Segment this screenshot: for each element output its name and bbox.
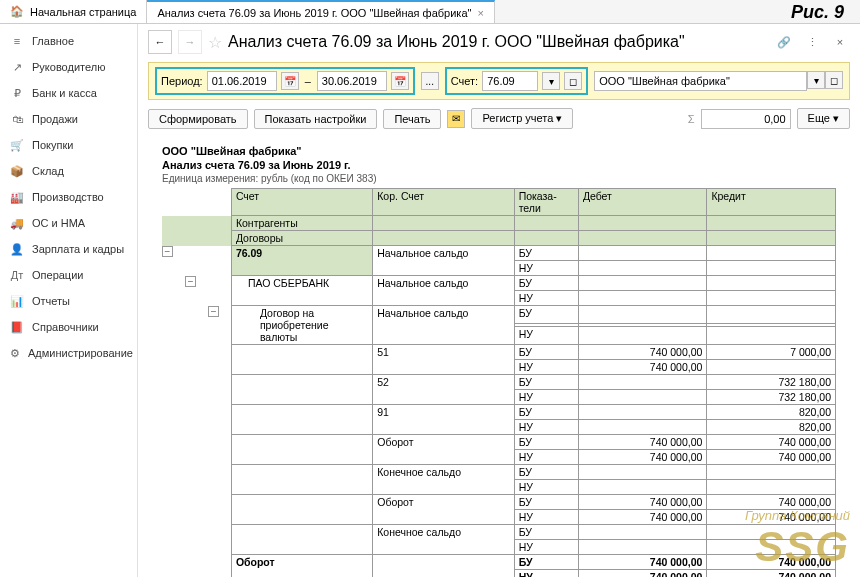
table-row: ОборотБУ740 000,00740 000,00 [162,435,836,450]
nav-forward[interactable]: → [178,30,202,54]
row-credit [707,291,836,306]
row-ind: БУ [514,345,578,360]
sidebar-icon: 🚚 [10,216,24,230]
calendar-icon[interactable]: 📅 [281,72,299,90]
row-corr: 91 [373,405,514,435]
sidebar-item-9[interactable]: ДтОперации [0,262,137,288]
row-corr: Начальное сальдо [373,306,514,345]
sidebar-item-7[interactable]: 🚚ОС и НМА [0,210,137,236]
close-icon[interactable]: × [477,7,483,19]
sidebar-item-label: Зарплата и кадры [32,243,124,255]
star-icon[interactable]: ☆ [208,33,222,52]
more-button[interactable]: Еще ▾ [797,108,850,129]
mail-icon[interactable]: ✉ [447,110,465,128]
sigma-icon: Σ [688,113,695,125]
date-to-input[interactable] [317,71,387,91]
date-from-input[interactable] [207,71,277,91]
collapse-icon[interactable]: − [185,276,196,287]
tab-active-label: Анализ счета 76.09 за Июнь 2019 г. ООО "… [157,7,471,19]
row-credit: 7 000,00 [707,345,836,360]
row-corr: Начальное сальдо [373,246,514,276]
sidebar-item-label: Склад [32,165,64,177]
close-page-icon[interactable]: × [830,32,850,52]
org-open-icon[interactable]: ◻ [825,71,843,89]
sidebar-item-label: Операции [32,269,83,281]
collapse-icon[interactable]: − [162,246,173,257]
sidebar: ≡Главное↗Руководителю₽Банк и касса🛍Прода… [0,24,138,577]
row-ind: НУ [514,510,578,525]
row-ind: БУ [514,435,578,450]
sidebar-item-11[interactable]: 📕Справочники [0,314,137,340]
row-credit [707,246,836,261]
calendar-icon-2[interactable]: 📅 [391,72,409,90]
row-corr: 52 [373,375,514,405]
period-group: Период: 📅 – 📅 [155,67,415,95]
row-account [231,375,372,405]
table-row: 91БУ820,00 [162,405,836,420]
filter-bar: Период: 📅 – 📅 ... Счет: ▾ ◻ ▾ ◻ [148,62,850,100]
tab-bar: 🏠 Начальная страница Анализ счета 76.09 … [0,0,860,24]
row-debit [578,246,707,261]
sidebar-item-10[interactable]: 📊Отчеты [0,288,137,314]
collapse-icon[interactable]: − [208,306,219,317]
sidebar-item-4[interactable]: 🛒Покупки [0,132,137,158]
row-credit [707,360,836,375]
sidebar-item-2[interactable]: ₽Банк и касса [0,80,137,106]
col-credit: Кредит [707,189,836,216]
sidebar-item-1[interactable]: ↗Руководителю [0,54,137,80]
org-select-icon[interactable]: ▾ [807,71,825,89]
org-input[interactable] [594,71,807,91]
tab-home[interactable]: 🏠 Начальная страница [0,0,147,23]
print-button[interactable]: Печать [383,109,441,129]
row-account: Договор на приобретение валюты [231,306,372,345]
col-corr: Кор. Счет [373,189,514,216]
tab-active[interactable]: Анализ счета 76.09 за Июнь 2019 г. ООО "… [147,0,494,23]
row-credit [707,261,836,276]
sidebar-item-0[interactable]: ≡Главное [0,28,137,54]
row-ind: БУ [514,405,578,420]
row-credit [707,480,836,495]
row-credit: 740 000,00 [707,435,836,450]
account-label: Счет: [451,75,478,87]
row-ind: НУ [514,540,578,555]
menu-icon[interactable]: ⋮ [802,32,822,52]
row-ind: НУ [514,360,578,375]
register-button[interactable]: Регистр учета ▾ [471,108,573,129]
report-unit: Единица измерения: рубль (код по ОКЕИ 38… [162,173,836,184]
row-corr [373,555,514,578]
row-account [231,405,372,435]
account-input[interactable] [482,71,538,91]
row-debit: 740 000,00 [578,450,707,465]
sidebar-icon: ↗ [10,60,24,74]
row-corr: Оборот [373,495,514,525]
sidebar-item-label: Производство [32,191,104,203]
period-dots-button[interactable]: ... [421,72,439,90]
link-icon[interactable]: 🔗 [774,32,794,52]
open-icon[interactable]: ◻ [564,72,582,90]
row-debit [578,375,707,390]
sidebar-item-6[interactable]: 🏭Производство [0,184,137,210]
tab-home-label: Начальная страница [30,6,136,18]
row-debit [578,276,707,291]
row-ind: БУ [514,465,578,480]
sum-field[interactable] [701,109,791,129]
sidebar-icon: ⚙ [10,346,20,360]
row-credit: 740 000,00 [707,495,836,510]
col-ind: Показа- тели [514,189,578,216]
sidebar-item-12[interactable]: ⚙Администрирование [0,340,137,366]
sidebar-icon: Дт [10,268,24,282]
sidebar-item-label: Банк и касса [32,87,97,99]
form-button[interactable]: Сформировать [148,109,248,129]
sidebar-item-8[interactable]: 👤Зарплата и кадры [0,236,137,262]
period-label: Период: [161,75,203,87]
sidebar-icon: 🛍 [10,112,24,126]
toolbar: Сформировать Показать настройки Печать ✉… [148,108,850,129]
settings-button[interactable]: Показать настройки [254,109,378,129]
select-icon[interactable]: ▾ [542,72,560,90]
row-credit: 740 000,00 [707,450,836,465]
sidebar-item-3[interactable]: 🛍Продажи [0,106,137,132]
row-debit [578,540,707,555]
sidebar-item-5[interactable]: 📦Склад [0,158,137,184]
nav-back[interactable]: ← [148,30,172,54]
page-title: Анализ счета 76.09 за Июнь 2019 г. ООО "… [228,33,685,51]
